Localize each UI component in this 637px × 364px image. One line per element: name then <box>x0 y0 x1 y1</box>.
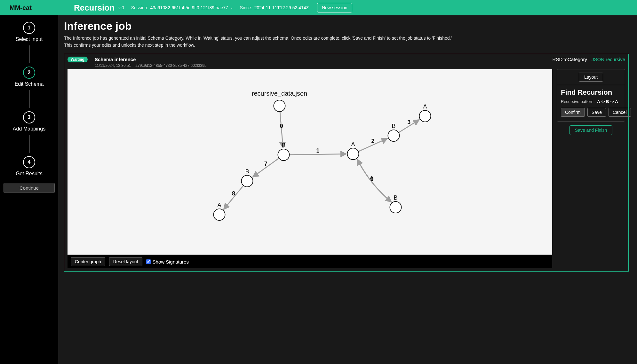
cancel-button[interactable]: Cancel <box>609 108 631 117</box>
reset-layout-button[interactable]: Reset layout <box>109 257 142 266</box>
graph-node-label: B <box>245 168 249 175</box>
graph-node[interactable] <box>419 110 431 122</box>
graph-node[interactable] <box>214 209 225 220</box>
graph-node[interactable] <box>242 175 253 187</box>
step-number: 1 <box>23 22 35 34</box>
edge-signature-label: 8 <box>232 191 235 197</box>
graph-edge[interactable] <box>289 154 346 155</box>
edge-signature-label: 9 <box>370 176 373 183</box>
edge-signature-label: 1 <box>316 147 319 154</box>
show-signatures-label: Show Signatures <box>153 259 189 265</box>
main-content: Inference job The Inference job has gene… <box>58 15 637 364</box>
confirm-button[interactable]: Confirm <box>561 108 585 117</box>
topbar: MM-cat Recursion v.0 Session: 43a91082-6… <box>0 0 637 15</box>
graph-node-label: A <box>217 202 221 208</box>
step-label: Get Results <box>16 171 43 177</box>
brand-logo[interactable]: MM-cat <box>3 4 39 12</box>
job-title: Schema inference <box>95 57 207 62</box>
since-label: Since: <box>240 5 252 10</box>
recursion-card: Layout Find Recursion Recursive pattern:… <box>557 69 625 122</box>
since-value: 2024-11-11T12:29:52.414Z <box>254 5 309 10</box>
schema-graph-canvas[interactable]: 01237849BABABABrecursive_data.json <box>68 69 552 255</box>
graph-node[interactable] <box>278 149 290 161</box>
job-header: Waiting Schema inference 11/11/2024, 13:… <box>68 57 625 68</box>
step-select-input[interactable]: 1 Select Input <box>16 22 43 42</box>
save-and-finish-button[interactable]: Save and Finish <box>569 125 612 135</box>
show-signatures-checkbox[interactable] <box>146 259 151 264</box>
layout-button[interactable]: Layout <box>579 73 603 82</box>
step-number: 2 <box>23 67 35 79</box>
graph-node-label: B <box>394 194 397 201</box>
step-number: 3 <box>23 111 35 123</box>
recursion-card-title: Find Recursion <box>561 88 621 97</box>
edge-signature-label: 0 <box>280 123 283 129</box>
continue-button[interactable]: Continue <box>4 183 55 193</box>
graph-node[interactable] <box>274 100 285 112</box>
graph-edge[interactable] <box>224 186 243 210</box>
step-label: Add Mappings <box>13 126 45 132</box>
edge-signature-label: 2 <box>371 138 375 144</box>
new-session-button[interactable]: New session <box>317 3 352 12</box>
action-panel: Layout Find Recursion Recursive pattern:… <box>557 69 625 268</box>
job-kind: RSDToCategory <box>553 57 587 62</box>
graph-node[interactable] <box>390 202 402 213</box>
job-link[interactable]: JSON recursive <box>592 57 625 62</box>
job-guid: a79c9d12-48b5-4730-8585-427f602f3395 <box>135 63 206 68</box>
graph-edge[interactable] <box>357 158 392 202</box>
session-dropdown-icon[interactable]: ⌄ <box>230 6 233 10</box>
job-timestamp: 11/11/2024, 13:30:51 <box>95 63 131 68</box>
step-add-mappings[interactable]: 3 Add Mappings <box>13 111 45 132</box>
step-edit-schema[interactable]: 2 Edit Schema <box>15 67 44 87</box>
session-id: 43a91082-651f-4f5c-9ff0-121f89fbae77 <box>150 5 228 10</box>
step-connector <box>29 90 29 108</box>
graph-toolbar: Center graph Reset layout Show Signature… <box>68 255 552 268</box>
schema-graph-svg[interactable]: 01237849BABABABrecursive_data.json <box>68 69 552 255</box>
status-badge: Waiting <box>68 57 88 62</box>
pattern-value: A -> B -> A <box>597 99 618 104</box>
graph-node-label: B <box>282 142 285 148</box>
show-signatures-toggle[interactable]: Show Signatures <box>146 259 189 265</box>
graph-node-label: A <box>351 141 355 147</box>
graph-node[interactable] <box>388 130 400 141</box>
project-version: v.0 <box>118 5 124 10</box>
graph-edge[interactable] <box>357 159 392 203</box>
page-description: The Inference job has generated an initi… <box>64 35 458 49</box>
page-title: Inference job <box>64 20 629 32</box>
step-connector <box>29 135 29 153</box>
step-label: Edit Schema <box>15 81 44 87</box>
edge-signature-label: 7 <box>264 161 267 167</box>
save-button[interactable]: Save <box>587 108 606 117</box>
workflow-stepper: 1 Select Input 2 Edit Schema 3 Add Mappi… <box>0 15 58 364</box>
project-name[interactable]: Recursion <box>74 3 115 13</box>
graph-node[interactable] <box>347 148 359 160</box>
edge-signature-label: 3 <box>407 119 410 126</box>
graph-root-label: recursive_data.json <box>252 90 307 97</box>
graph-node-label: B <box>392 123 395 129</box>
inference-workspace: Waiting Schema inference 11/11/2024, 13:… <box>64 54 629 272</box>
session-label: Session: <box>131 5 148 10</box>
pattern-label: Recursive pattern: <box>561 99 595 104</box>
center-graph-button[interactable]: Center graph <box>71 257 105 266</box>
graph-panel: 01237849BABABABrecursive_data.json Cente… <box>68 69 552 268</box>
step-get-results[interactable]: 4 Get Results <box>16 156 43 177</box>
step-connector <box>29 45 29 63</box>
step-label: Select Input <box>16 36 43 42</box>
step-number: 4 <box>23 156 35 168</box>
graph-node-label: A <box>423 103 427 110</box>
